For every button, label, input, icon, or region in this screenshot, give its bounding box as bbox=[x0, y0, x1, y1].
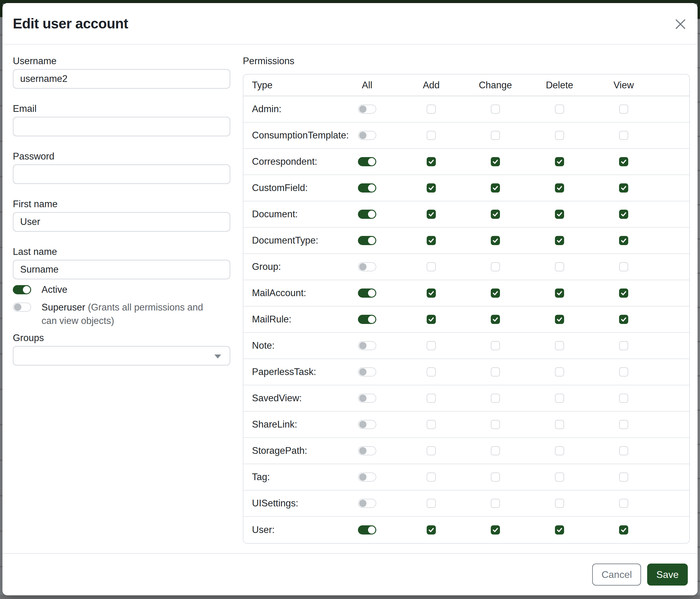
permission-all-toggle[interactable] bbox=[358, 525, 376, 534]
permission-delete-checkbox[interactable] bbox=[555, 393, 564, 403]
permission-all-toggle[interactable] bbox=[358, 183, 376, 193]
permission-add-checkbox[interactable] bbox=[427, 131, 436, 140]
permission-add-checkbox[interactable] bbox=[427, 446, 436, 455]
password-input[interactable] bbox=[13, 164, 230, 184]
permission-all-toggle[interactable] bbox=[358, 315, 376, 324]
permission-add-checkbox[interactable] bbox=[427, 210, 436, 219]
permission-add-checkbox[interactable] bbox=[427, 499, 436, 508]
cancel-button[interactable]: Cancel bbox=[592, 564, 641, 585]
permission-add-checkbox[interactable] bbox=[427, 367, 436, 377]
permission-delete-checkbox[interactable] bbox=[555, 236, 564, 245]
permission-change-checkbox[interactable] bbox=[491, 157, 500, 166]
permission-delete-checkbox[interactable] bbox=[555, 157, 564, 166]
permission-all-toggle[interactable] bbox=[358, 367, 376, 377]
permission-change-checkbox[interactable] bbox=[491, 104, 500, 114]
permission-delete-checkbox[interactable] bbox=[555, 104, 564, 114]
permission-delete-checkbox[interactable] bbox=[555, 367, 564, 377]
permission-view-checkbox[interactable] bbox=[619, 262, 628, 271]
permission-add-checkbox[interactable] bbox=[427, 393, 436, 403]
email-input[interactable] bbox=[13, 117, 230, 136]
permission-all-toggle[interactable] bbox=[358, 393, 376, 403]
active-toggle[interactable] bbox=[13, 285, 31, 294]
last-name-input[interactable] bbox=[13, 260, 230, 279]
permission-delete-checkbox[interactable] bbox=[555, 499, 564, 508]
username-input[interactable] bbox=[13, 69, 230, 89]
permission-all-toggle[interactable] bbox=[358, 288, 376, 298]
permission-row: Correspondent: bbox=[243, 149, 689, 175]
permission-delete-checkbox[interactable] bbox=[555, 315, 564, 324]
permission-view-checkbox[interactable] bbox=[619, 131, 628, 140]
permission-change-checkbox[interactable] bbox=[491, 499, 500, 508]
permission-view-checkbox[interactable] bbox=[619, 210, 628, 219]
permission-type-label: Tag: bbox=[252, 472, 270, 483]
permission-change-checkbox[interactable] bbox=[491, 473, 500, 482]
permission-all-toggle[interactable] bbox=[358, 446, 376, 455]
permission-add-checkbox[interactable] bbox=[427, 288, 436, 298]
permission-view-checkbox[interactable] bbox=[619, 499, 628, 508]
superuser-toggle[interactable] bbox=[13, 303, 31, 312]
permission-delete-checkbox[interactable] bbox=[555, 210, 564, 219]
permission-change-checkbox[interactable] bbox=[491, 367, 500, 377]
permission-all-toggle[interactable] bbox=[358, 131, 376, 140]
permission-change-checkbox[interactable] bbox=[491, 315, 500, 324]
permission-view-checkbox[interactable] bbox=[619, 183, 628, 193]
permission-all-toggle[interactable] bbox=[358, 210, 376, 219]
permission-change-checkbox[interactable] bbox=[491, 341, 500, 350]
permission-all-toggle[interactable] bbox=[358, 104, 376, 114]
permission-all-toggle[interactable] bbox=[358, 420, 376, 429]
permission-all-toggle[interactable] bbox=[358, 499, 376, 508]
permission-add-checkbox[interactable] bbox=[427, 104, 436, 114]
save-button[interactable]: Save bbox=[647, 564, 688, 585]
permission-change-checkbox[interactable] bbox=[491, 446, 500, 455]
permission-view-checkbox[interactable] bbox=[619, 393, 628, 403]
permission-change-checkbox[interactable] bbox=[491, 183, 500, 193]
active-toggle-row: Active bbox=[13, 284, 230, 296]
permission-change-checkbox[interactable] bbox=[491, 420, 500, 429]
permission-delete-checkbox[interactable] bbox=[555, 473, 564, 482]
permission-delete-checkbox[interactable] bbox=[555, 262, 564, 271]
permission-add-checkbox[interactable] bbox=[427, 157, 436, 166]
permission-view-checkbox[interactable] bbox=[619, 420, 628, 429]
permission-all-toggle[interactable] bbox=[358, 236, 376, 245]
permission-delete-checkbox[interactable] bbox=[555, 446, 564, 455]
permission-view-checkbox[interactable] bbox=[619, 288, 628, 298]
permission-delete-checkbox[interactable] bbox=[555, 420, 564, 429]
permission-view-checkbox[interactable] bbox=[619, 236, 628, 245]
permission-add-checkbox[interactable] bbox=[427, 315, 436, 324]
permission-add-checkbox[interactable] bbox=[427, 341, 436, 350]
permission-add-checkbox[interactable] bbox=[427, 262, 436, 271]
permission-change-checkbox[interactable] bbox=[491, 393, 500, 403]
permission-add-checkbox[interactable] bbox=[427, 183, 436, 193]
permission-add-checkbox[interactable] bbox=[427, 525, 436, 534]
permission-view-checkbox[interactable] bbox=[619, 315, 628, 324]
permission-delete-checkbox[interactable] bbox=[555, 525, 564, 534]
permission-view-checkbox[interactable] bbox=[619, 104, 628, 114]
permission-view-checkbox[interactable] bbox=[619, 525, 628, 534]
background-page-bottom-edge bbox=[0, 595, 700, 599]
permission-view-checkbox[interactable] bbox=[619, 341, 628, 350]
permission-change-checkbox[interactable] bbox=[491, 288, 500, 298]
permission-delete-checkbox[interactable] bbox=[555, 341, 564, 350]
permission-change-checkbox[interactable] bbox=[491, 525, 500, 534]
close-button[interactable] bbox=[674, 18, 687, 31]
permission-add-checkbox[interactable] bbox=[427, 236, 436, 245]
permission-change-checkbox[interactable] bbox=[491, 236, 500, 245]
permission-delete-checkbox[interactable] bbox=[555, 183, 564, 193]
permission-add-checkbox[interactable] bbox=[427, 473, 436, 482]
permission-view-checkbox[interactable] bbox=[619, 473, 628, 482]
permission-view-checkbox[interactable] bbox=[619, 367, 628, 377]
permission-view-checkbox[interactable] bbox=[619, 446, 628, 455]
permission-all-toggle[interactable] bbox=[358, 341, 376, 350]
permission-delete-checkbox[interactable] bbox=[555, 288, 564, 298]
permission-all-toggle[interactable] bbox=[358, 473, 376, 482]
groups-select[interactable] bbox=[13, 346, 230, 365]
permission-change-checkbox[interactable] bbox=[491, 131, 500, 140]
permission-change-checkbox[interactable] bbox=[491, 210, 500, 219]
permission-delete-checkbox[interactable] bbox=[555, 131, 564, 140]
permission-all-toggle[interactable] bbox=[358, 262, 376, 271]
permission-change-checkbox[interactable] bbox=[491, 262, 500, 271]
permission-view-checkbox[interactable] bbox=[619, 157, 628, 166]
permission-all-toggle[interactable] bbox=[358, 157, 376, 166]
first-name-input[interactable] bbox=[13, 212, 230, 232]
permission-add-checkbox[interactable] bbox=[427, 420, 436, 429]
